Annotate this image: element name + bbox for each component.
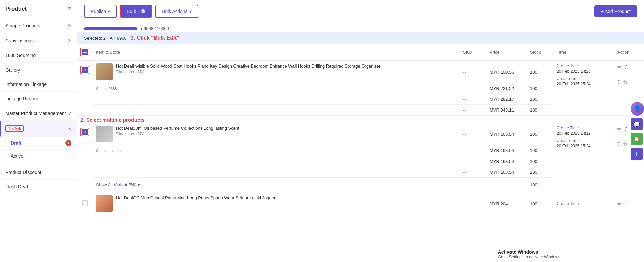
sidebar-item-scrape-products[interactable]: Scrape Products ⚙	[0, 18, 77, 33]
sidebar-toggle-icon[interactable]: ≡	[68, 5, 71, 12]
row1-title: Hot DealInvisible Solid Wood Coat Hooks …	[116, 63, 380, 69]
row2-source-link[interactable]: Lazada	[109, 149, 121, 153]
sidebar-item-master-product[interactable]: Master Product Management ∨	[0, 106, 77, 121]
table-row: ✓ Hot DealInvisible Solid Wood Coat Hook…	[77, 61, 644, 83]
row1-price-1: MYR 100.56	[486, 61, 527, 83]
th-checkbox: —	[77, 44, 93, 61]
scrape-products-label: Scrape Products	[5, 23, 40, 28]
row2-sku-4: --	[460, 167, 486, 178]
row2-stock-2: 100	[527, 145, 553, 156]
float-chat-button[interactable]: 💬	[631, 118, 643, 130]
float-collapse-button[interactable]: ⤒	[631, 148, 643, 160]
row2-create-time-label: Create Time	[557, 126, 610, 130]
row2-edit-icon[interactable]: ✏	[617, 126, 622, 132]
float-right-panel: 👤 💬 📋 ⤒	[631, 102, 644, 160]
th-item-store: Item & Store	[93, 44, 460, 61]
row2-delete-icon[interactable]: 🗑	[623, 141, 628, 147]
row1-sku-3: --	[460, 94, 486, 105]
row1-actions: ✏ ⤴	[617, 63, 641, 70]
row2-time-cell: Create Time 20 Feb 2025 14:12 Update Tim…	[553, 123, 614, 192]
row2-update-time-label: Update Time	[557, 138, 610, 143]
tiktok-label-wrapper: TikTok	[5, 125, 24, 132]
row2-publish-icon[interactable]: ⤴	[624, 126, 627, 132]
win-notice-line1: Activate Windows	[498, 249, 561, 255]
row1-time-cell: Create Time 20 Feb 2025 14:23 Update Tim…	[553, 61, 614, 116]
bulk-actions-chevron-icon: ▾	[189, 9, 192, 14]
row1-publish-icon[interactable]: ⤴	[624, 64, 627, 70]
row2-empty-cell2	[93, 167, 460, 178]
row1-delete-icon[interactable]: 🗑	[623, 79, 628, 85]
sidebar-item-tiktok[interactable]: TikTok ∧	[0, 121, 77, 137]
bulk-actions-button[interactable]: Bulk Actions ▾	[155, 5, 198, 18]
th-sku: SKU	[460, 44, 486, 61]
row2-product-info: Hot Deal50ml Oil based Perfume Collectio…	[93, 123, 460, 145]
table-body: ✓ Hot DealInvisible Solid Wood Coat Hook…	[77, 61, 644, 215]
sidebar-item-flash-deal[interactable]: Flash Deal	[0, 180, 77, 194]
add-product-label: + Add Product	[601, 9, 631, 14]
sidebar-title: Product	[5, 6, 27, 12]
float-green-button[interactable]: 📋	[631, 133, 643, 145]
row2-checkbox[interactable]: ✓	[82, 129, 88, 135]
sidebar-sub-item-draft[interactable]: Draft 1	[0, 137, 77, 150]
row3-publish-icon[interactable]: ⤴	[624, 201, 627, 207]
row1-create-time-label: Create Time	[557, 63, 610, 68]
row1-stock-3: 100	[527, 94, 553, 105]
publish-button[interactable]: Publish ▾	[84, 5, 117, 18]
product-table: — Item & Store SKU Price Stock Time Acti…	[77, 44, 644, 215]
info-linkage-label: Information Linkage	[5, 82, 47, 87]
row1-checkbox[interactable]: ✓	[82, 67, 88, 73]
toolbar: Publish ▾ Bulk Edit Bulk Actions ▾ + Add…	[77, 0, 644, 23]
row3-checkbox-cell	[77, 192, 93, 215]
row2-stock-3: 100	[527, 156, 553, 167]
row2-create-time: 20 Feb 2025 14:12	[557, 131, 610, 136]
sidebar-item-1688-sourcing[interactable]: 1688 Sourcing	[0, 48, 77, 63]
row2-send-icon[interactable]: ⤴	[617, 141, 620, 147]
row3-create-time-label: Create Time	[557, 201, 610, 206]
show-all-variant-button[interactable]: Show All Variant (56) ▾	[96, 180, 140, 189]
master-product-label: Master Product Management	[5, 111, 66, 116]
toolbar-left: Publish ▾ Bulk Edit Bulk Actions ▾	[84, 5, 198, 18]
row2-thumbnail	[96, 126, 113, 142]
row1-edit-icon[interactable]: ✏	[617, 63, 622, 70]
product-discount-label: Product Discount	[5, 170, 41, 175]
bulk-edit-button[interactable]: Bulk Edit	[120, 5, 152, 18]
flash-deal-label: Flash Deal	[5, 184, 28, 189]
row1-price-3: MYR 282.17	[486, 94, 527, 105]
row2-price-3: MYR 168.54	[486, 156, 527, 167]
row3-stock: 100	[527, 192, 553, 215]
row1-update-time-label: Update Time	[557, 76, 610, 81]
tiktok-submenu: Draft 1 Active	[0, 137, 77, 162]
sidebar-item-product-discount[interactable]: Product Discount	[0, 165, 77, 180]
sidebar-sub-item-active[interactable]: Active	[0, 150, 77, 162]
row2-price-2: MYR 168.54	[486, 145, 527, 156]
sidebar-item-copy-listings[interactable]: Copy Listings ⚙	[0, 33, 77, 48]
add-product-button[interactable]: + Add Product	[594, 5, 637, 17]
row2-store: Tiktok shop MY	[116, 132, 239, 136]
th-action: Action	[614, 44, 644, 61]
row3-edit-icon[interactable]: ✏	[617, 201, 622, 207]
row2-sku-3: --	[460, 156, 486, 167]
row2-empty-cell	[93, 156, 460, 167]
progress-area: ( 9968 / 10000 )	[77, 23, 644, 32]
draft-badge: 1	[65, 140, 71, 146]
row2-source-cell: Source Lazada	[93, 145, 460, 156]
row1-source-link[interactable]: 1688	[109, 87, 117, 91]
float-avatar[interactable]: 👤	[631, 102, 644, 116]
sidebar-item-linkage-record[interactable]: Linkage Record	[0, 92, 77, 106]
row3-checkbox[interactable]	[82, 200, 88, 206]
bulk-edit-label: Bulk Edit	[127, 9, 145, 14]
row3-thumb-img	[96, 195, 113, 212]
copy-listings-icon: ⚙	[67, 38, 71, 44]
sidebar-item-gallery[interactable]: Gallery	[0, 63, 77, 77]
row3-price: MYR 204	[486, 192, 527, 215]
row1-send-icon[interactable]: ⤴	[617, 79, 620, 85]
product-table-container: — Item & Store SKU Price Stock Time Acti…	[77, 44, 644, 262]
row1-source-cell: Source 1688	[93, 83, 460, 94]
row1-actions2: ⤴ 🗑	[617, 79, 641, 85]
row2-sku-1: --	[460, 123, 486, 145]
header-checkbox[interactable]: —	[82, 49, 88, 55]
row3-title: Hot DealCC Men Casual Pants Man Long Pan…	[116, 195, 275, 200]
sidebar-item-information-linkage[interactable]: Information Linkage	[0, 77, 77, 92]
row1-thumbnail	[96, 63, 113, 80]
chat-icon: 💬	[633, 121, 640, 128]
